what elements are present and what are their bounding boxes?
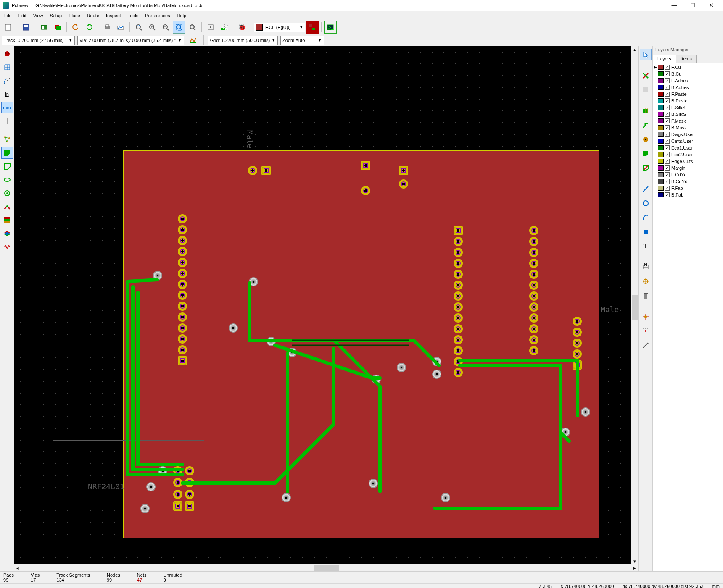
- layer-visible-checkbox[interactable]: ✓: [665, 118, 670, 123]
- local-ratsnest-tool[interactable]: [640, 84, 652, 96]
- layer-row-b-adhes[interactable]: ✓B.Adhes: [654, 84, 722, 91]
- layer-color-swatch[interactable]: [658, 172, 664, 177]
- units-inches-button[interactable]: in: [1, 88, 13, 100]
- layer-pair-button[interactable]: [306, 21, 319, 34]
- layer-visible-checkbox[interactable]: ✓: [665, 125, 670, 130]
- measure-tool[interactable]: [640, 339, 652, 351]
- layer-row-f-paste[interactable]: ✓F.Paste: [654, 91, 722, 97]
- draw-polygon-tool[interactable]: [640, 226, 652, 238]
- grid-origin-tool[interactable]: [640, 325, 652, 337]
- canvas-area[interactable]: Male Male NRF24L01: [14, 46, 638, 571]
- layer-color-swatch[interactable]: [658, 85, 664, 90]
- scroll-track[interactable]: [631, 53, 638, 558]
- scroll-down-icon[interactable]: ▾: [631, 558, 638, 564]
- tab-layers[interactable]: Layers: [653, 55, 676, 63]
- layer-row-f-mask[interactable]: ✓F.Mask: [654, 118, 722, 124]
- layer-color-swatch[interactable]: [658, 186, 664, 191]
- layer-row-f-silks[interactable]: ✓F.SilkS: [654, 104, 722, 111]
- draw-line-tool[interactable]: [640, 183, 652, 195]
- hide-ratsnest-button[interactable]: [1, 48, 13, 60]
- save-button[interactable]: [20, 21, 32, 34]
- scripting-console-button[interactable]: >_: [324, 21, 337, 34]
- cursor-shape-button[interactable]: [1, 115, 13, 127]
- layer-row-b-fab[interactable]: ✓B.Fab: [654, 192, 722, 198]
- layer-color-swatch[interactable]: [658, 179, 664, 184]
- layer-visible-checkbox[interactable]: ✓: [665, 71, 670, 76]
- layer-color-swatch[interactable]: [658, 139, 664, 144]
- layer-visible-checkbox[interactable]: ✓: [665, 78, 670, 83]
- close-button[interactable]: ✕: [702, 0, 720, 11]
- add-footprint-tool[interactable]: [640, 105, 652, 117]
- plot-button[interactable]: [114, 21, 127, 34]
- highlight-net-tool[interactable]: [640, 70, 652, 81]
- layer-visible-checkbox[interactable]: ✓: [665, 179, 670, 184]
- layer-color-swatch[interactable]: [658, 159, 664, 164]
- grid-combo[interactable]: Grid: 1.2700 mm (50.00 mils) ▾: [208, 36, 278, 45]
- units-mm-button[interactable]: mm: [1, 102, 13, 113]
- scroll-left-icon[interactable]: ◂: [14, 564, 21, 571]
- layers-button[interactable]: [51, 21, 64, 34]
- scrollbar-vertical[interactable]: ▴ ▾: [631, 46, 638, 564]
- outline-zones-button[interactable]: [1, 160, 13, 172]
- add-keepout-tool[interactable]: [640, 162, 652, 174]
- layer-visible-checkbox[interactable]: ✓: [665, 186, 670, 191]
- layer-row-f-cu[interactable]: ▶✓F.Cu: [654, 64, 722, 71]
- scroll-thumb[interactable]: [632, 295, 638, 320]
- route-track-tool[interactable]: [640, 119, 652, 131]
- scroll-up-icon[interactable]: ▴: [631, 46, 638, 53]
- layer-visible-checkbox[interactable]: ✓: [665, 159, 670, 164]
- zoom-combo[interactable]: Zoom Auto ▾: [280, 36, 324, 45]
- layer-row-f-adhes[interactable]: ✓F.Adhes: [654, 77, 722, 84]
- zoom-in-button[interactable]: [146, 21, 158, 34]
- add-via-tool[interactable]: [640, 134, 652, 145]
- layer-row-f-crtyd[interactable]: ✓F.CrtYd: [654, 171, 722, 178]
- drc-button[interactable]: 🐞: [236, 21, 248, 34]
- menu-tools[interactable]: Tools: [124, 12, 142, 19]
- layer-color-swatch[interactable]: [658, 125, 664, 130]
- menu-view[interactable]: View: [30, 12, 47, 19]
- layer-row-eco2-user[interactable]: ✓Eco2.User: [654, 151, 722, 158]
- show-ratsnest-button[interactable]: [1, 134, 13, 145]
- fill-zones-button[interactable]: [1, 147, 13, 159]
- net-inspector-button[interactable]: NET: [218, 21, 230, 34]
- minimize-button[interactable]: —: [665, 0, 683, 11]
- menu-edit[interactable]: Edit: [15, 12, 30, 19]
- layer-row-f-fab[interactable]: ✓F.Fab: [654, 185, 722, 192]
- scrollbar-horizontal[interactable]: ◂ ▸: [14, 564, 638, 571]
- tab-items[interactable]: Items: [676, 55, 697, 63]
- layer-row-b-cu[interactable]: ✓B.Cu: [654, 71, 722, 77]
- undo-button[interactable]: [69, 21, 82, 34]
- show-grid-button[interactable]: [1, 61, 13, 73]
- layer-color-swatch[interactable]: [658, 71, 664, 76]
- zoom-window-button[interactable]: [186, 21, 199, 34]
- layer-color-swatch[interactable]: [658, 145, 664, 150]
- layer-color-swatch[interactable]: [658, 65, 664, 70]
- via-size-combo[interactable]: Via: 2.00 mm (78.7 mils)/ 0.90 mm (35.4 …: [77, 36, 184, 45]
- menu-preferences[interactable]: Preferences: [142, 12, 173, 19]
- select-tool[interactable]: [640, 49, 652, 60]
- layer-visible-checkbox[interactable]: ✓: [665, 139, 670, 144]
- add-zone-tool[interactable]: [640, 148, 652, 160]
- layer-color-swatch[interactable]: [658, 92, 664, 97]
- layer-visible-checkbox[interactable]: ✓: [665, 105, 670, 110]
- zoom-redraw-button[interactable]: [132, 21, 145, 34]
- menu-place[interactable]: Place: [65, 12, 84, 19]
- set-origin-tool[interactable]: [640, 311, 652, 323]
- layer-visible-checkbox[interactable]: ✓: [665, 172, 670, 177]
- layer-row-b-crtyd[interactable]: ✓B.CrtYd: [654, 178, 722, 185]
- zoom-out-button[interactable]: [159, 21, 172, 34]
- layer-color-swatch[interactable]: [658, 165, 664, 171]
- pads-sketch-button[interactable]: [1, 174, 13, 186]
- layer-color-swatch[interactable]: [658, 78, 664, 83]
- board-settings-button[interactable]: [38, 21, 50, 34]
- polar-coords-button[interactable]: [1, 75, 13, 87]
- layer-color-swatch[interactable]: [658, 105, 664, 110]
- layer-color-swatch[interactable]: [658, 112, 664, 117]
- menu-setup[interactable]: Setup: [46, 12, 65, 19]
- footprint-wizard-button[interactable]: [204, 21, 217, 34]
- tracks-sketch-button[interactable]: [1, 201, 13, 213]
- microwave-toolbar-button[interactable]: [1, 241, 13, 253]
- new-button[interactable]: [2, 21, 14, 34]
- layer-visible-checkbox[interactable]: ✓: [665, 65, 670, 70]
- layer-visible-checkbox[interactable]: ✓: [665, 85, 670, 90]
